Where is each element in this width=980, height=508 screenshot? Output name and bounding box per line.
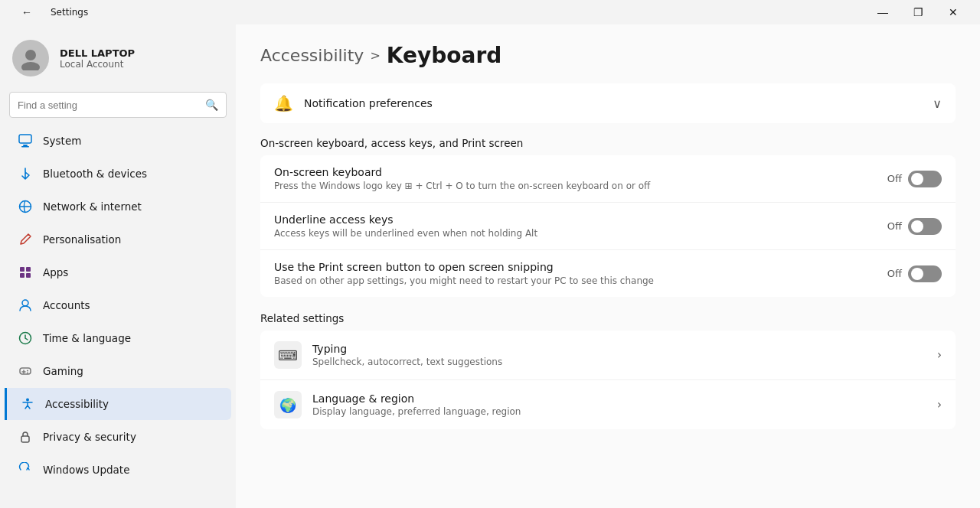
nav-list: SystemBluetooth & devicesNetwork & inter… bbox=[0, 124, 236, 487]
language-region-subtitle: Display language, preferred language, re… bbox=[312, 406, 926, 417]
sidebar-item-label-apps: Apps bbox=[43, 266, 68, 278]
on-screen-settings-card: On-screen keyboard Press the Windows log… bbox=[260, 155, 956, 297]
print-screen-subtitle: Based on other app settings, you might n… bbox=[274, 275, 878, 286]
window-controls: — ❐ ✕ bbox=[865, 0, 971, 24]
svg-rect-9 bbox=[26, 273, 31, 278]
search-input[interactable] bbox=[18, 99, 205, 111]
sidebar-item-privacy[interactable]: Privacy & security bbox=[5, 421, 231, 453]
svg-point-1 bbox=[21, 62, 40, 70]
sidebar-item-gaming[interactable]: Gaming bbox=[5, 355, 231, 387]
sidebar-item-label-update: Windows Update bbox=[43, 464, 129, 476]
language-region-chevron-icon: › bbox=[937, 398, 942, 412]
typing-title: Typing bbox=[312, 343, 926, 355]
svg-point-10 bbox=[22, 300, 28, 306]
notification-preferences-card[interactable]: 🔔 Notification preferences ∨ bbox=[260, 83, 956, 123]
breadcrumb-separator: > bbox=[370, 48, 380, 63]
underline-access-keys-toggle-label: Off bbox=[887, 220, 902, 232]
search-icon: 🔍 bbox=[205, 99, 218, 111]
print-screen-toggle[interactable] bbox=[908, 265, 942, 282]
title-bar: ← Settings — ❐ ✕ bbox=[0, 0, 980, 24]
sidebar-item-network[interactable]: Network & internet bbox=[5, 190, 231, 223]
breadcrumb-current: Keyboard bbox=[387, 43, 501, 68]
privacy-icon bbox=[17, 428, 34, 445]
user-info: DELL LAPTOP Local Account bbox=[60, 47, 135, 70]
breadcrumb-parent: Accessibility bbox=[260, 46, 364, 65]
notification-icon: 🔔 bbox=[274, 94, 293, 112]
language-region-row[interactable]: 🌍 Language & region Display language, pr… bbox=[260, 380, 956, 429]
on-screen-keyboard-text: On-screen keyboard Press the Windows log… bbox=[274, 166, 878, 191]
gaming-icon bbox=[17, 363, 34, 379]
related-settings-header: Related settings bbox=[260, 312, 956, 324]
bluetooth-icon bbox=[17, 165, 34, 182]
sidebar-item-personalisation[interactable]: Personalisation bbox=[5, 223, 231, 256]
restore-button[interactable]: ❐ bbox=[900, 0, 936, 24]
underline-access-keys-row: Underline access keys Access keys will b… bbox=[260, 203, 956, 250]
sidebar-item-accessibility[interactable]: Accessibility bbox=[5, 388, 231, 420]
svg-rect-8 bbox=[20, 273, 24, 278]
app-window: DELL LAPTOP Local Account 🔍 SystemBlueto… bbox=[0, 24, 980, 508]
sidebar-item-label-system: System bbox=[43, 135, 81, 147]
user-profile[interactable]: DELL LAPTOP Local Account bbox=[0, 24, 236, 89]
apps-icon bbox=[17, 264, 34, 281]
typing-row[interactable]: ⌨ Typing Spellcheck, autocorrect, text s… bbox=[260, 331, 956, 380]
user-name: DELL LAPTOP bbox=[60, 47, 135, 59]
on-screen-keyboard-title: On-screen keyboard bbox=[274, 166, 878, 178]
title-bar-left: ← Settings bbox=[9, 0, 88, 24]
user-account-type: Local Account bbox=[60, 59, 135, 70]
svg-point-14 bbox=[27, 373, 28, 374]
sidebar-item-label-bluetooth: Bluetooth & devices bbox=[43, 168, 147, 180]
svg-rect-2 bbox=[19, 135, 31, 143]
print-screen-toggle-wrap: Off bbox=[887, 265, 942, 282]
print-screen-text: Use the Print screen button to open scre… bbox=[274, 261, 878, 286]
typing-subtitle: Spellcheck, autocorrect, text suggestion… bbox=[312, 357, 926, 367]
sidebar-item-time[interactable]: Time & language bbox=[5, 322, 231, 354]
on-screen-keyboard-toggle[interactable] bbox=[908, 171, 942, 187]
svg-rect-7 bbox=[26, 267, 31, 272]
typing-text: Typing Spellcheck, autocorrect, text sug… bbox=[312, 343, 926, 367]
print-screen-toggle-label: Off bbox=[887, 268, 902, 279]
search-box[interactable]: 🔍 bbox=[9, 92, 227, 118]
print-screen-title: Use the Print screen button to open scre… bbox=[274, 261, 878, 273]
svg-rect-6 bbox=[20, 267, 24, 272]
sidebar-item-label-accessibility: Accessibility bbox=[45, 398, 109, 410]
on-screen-keyboard-subtitle: Press the Windows logo key ⊞ + Ctrl + O … bbox=[274, 181, 878, 191]
sidebar-item-system[interactable]: System bbox=[5, 125, 231, 157]
time-icon bbox=[17, 330, 34, 347]
sidebar-item-update[interactable]: Windows Update bbox=[5, 454, 231, 486]
sidebar-item-label-privacy: Privacy & security bbox=[43, 431, 136, 443]
sidebar-item-label-personalisation: Personalisation bbox=[43, 233, 121, 246]
svg-point-15 bbox=[26, 399, 29, 402]
on-screen-keyboard-toggle-wrap: Off bbox=[887, 171, 942, 187]
main-content: Accessibility > Keyboard 🔔 Notification … bbox=[236, 24, 980, 508]
svg-rect-16 bbox=[21, 436, 29, 442]
notification-row[interactable]: 🔔 Notification preferences ∨ bbox=[260, 83, 956, 123]
svg-rect-3 bbox=[23, 145, 28, 146]
svg-rect-12 bbox=[20, 368, 31, 374]
accessibility-icon bbox=[19, 396, 36, 412]
sidebar: DELL LAPTOP Local Account 🔍 SystemBlueto… bbox=[0, 24, 236, 508]
sidebar-item-accounts[interactable]: Accounts bbox=[5, 289, 231, 321]
on-screen-keyboard-toggle-label: Off bbox=[887, 173, 902, 184]
on-screen-keyboard-row: On-screen keyboard Press the Windows log… bbox=[260, 155, 956, 203]
underline-access-keys-subtitle: Access keys will be underlined even when… bbox=[274, 228, 878, 239]
svg-point-0 bbox=[25, 50, 36, 60]
svg-point-13 bbox=[27, 370, 28, 372]
sidebar-item-apps[interactable]: Apps bbox=[5, 256, 231, 288]
close-button[interactable]: ✕ bbox=[936, 0, 971, 24]
on-screen-section-header: On-screen keyboard, access keys, and Pri… bbox=[260, 137, 956, 149]
language-icon: 🌍 bbox=[274, 391, 302, 418]
update-icon bbox=[17, 461, 34, 478]
minimize-button[interactable]: — bbox=[865, 0, 900, 24]
accounts-icon bbox=[17, 297, 34, 314]
avatar bbox=[12, 40, 49, 77]
sidebar-item-label-network: Network & internet bbox=[43, 200, 142, 213]
notification-label: Notification preferences bbox=[304, 97, 922, 109]
back-button[interactable]: ← bbox=[9, 0, 44, 24]
sidebar-item-label-accounts: Accounts bbox=[43, 299, 90, 311]
sidebar-item-bluetooth[interactable]: Bluetooth & devices bbox=[5, 158, 231, 190]
underline-access-keys-toggle[interactable] bbox=[908, 218, 942, 235]
chevron-down-icon: ∨ bbox=[933, 96, 942, 111]
language-region-title: Language & region bbox=[312, 392, 926, 405]
system-icon bbox=[17, 132, 34, 149]
sidebar-item-label-gaming: Gaming bbox=[43, 365, 83, 377]
